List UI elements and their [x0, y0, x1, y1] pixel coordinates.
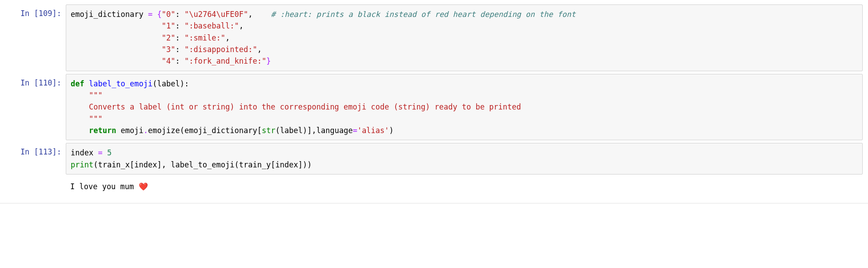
code-cell: In [109]: emoji_dictionary = {"0": "\u27… [0, 4, 868, 71]
code-input-area[interactable]: def label_to_emoji(label): """ Converts … [66, 74, 863, 141]
code-input-area[interactable]: emoji_dictionary = {"0": "\u2764\uFE0F",… [66, 4, 863, 71]
code-input-area[interactable]: index = 5 print(train_x[index], label_to… [66, 143, 863, 175]
code-cell: In [113]: index = 5 print(train_x[index]… [0, 143, 868, 175]
input-prompt: In [109]: [0, 4, 66, 71]
stdout-text: I love you mum ❤️ [70, 181, 858, 192]
code-content: index = 5 print(train_x[index], label_to… [71, 147, 858, 171]
code-content: emoji_dictionary = {"0": "\u2764\uFE0F",… [71, 8, 858, 67]
code-content: def label_to_emoji(label): """ Converts … [71, 78, 858, 137]
notebook: In [109]: emoji_dictionary = {"0": "\u27… [0, 0, 868, 203]
input-prompt: In [110]: [0, 74, 66, 141]
input-prompt: In [113]: [0, 143, 66, 175]
code-cell: In [110]: def label_to_emoji(label): """… [0, 74, 868, 141]
heart-icon: ❤️ [139, 182, 148, 191]
output-area: I love you mum ❤️ [66, 177, 863, 196]
output-cell: I love you mum ❤️ [0, 177, 868, 196]
output-prompt [0, 177, 66, 196]
